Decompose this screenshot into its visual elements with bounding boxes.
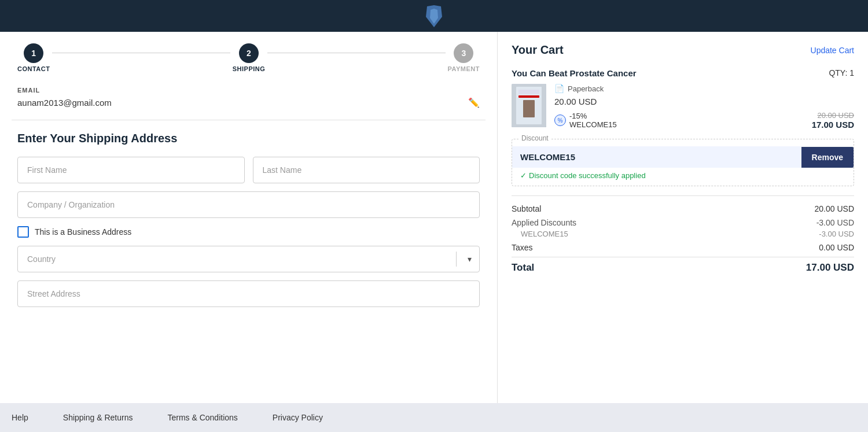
discount-left: % -15% WELCOME15 xyxy=(554,112,617,129)
subtotal-value: 20.00 USD xyxy=(815,204,854,213)
update-cart-link[interactable]: Update Cart xyxy=(811,46,854,55)
svg-rect-2 xyxy=(518,95,539,98)
cart-item-header: You Can Beat Prostate Cancer QTY: 1 xyxy=(512,68,854,78)
name-row xyxy=(17,157,480,183)
discount-section-label: Discount xyxy=(519,134,551,142)
welcome15-label: WELCOME15 xyxy=(521,230,568,238)
footer-link-terms[interactable]: Terms & Conditions xyxy=(167,413,237,422)
country-select-wrapper: Country ▾ xyxy=(17,246,480,272)
discount-percent-icon: % xyxy=(554,115,566,126)
discount-success-message: ✓ Discount code successfully applied xyxy=(512,168,854,186)
email-row: aunam2013@gmail.com ✏️ xyxy=(17,97,480,108)
footer-link-privacy[interactable]: Privacy Policy xyxy=(273,413,323,422)
company-wrapper xyxy=(17,191,480,218)
edit-email-icon[interactable]: ✏️ xyxy=(468,97,480,108)
footer: Help Shipping & Returns Terms & Conditio… xyxy=(0,403,868,432)
business-address-checkbox-row[interactable]: This is a Business Address xyxy=(17,226,480,238)
total-label: Total xyxy=(512,262,534,274)
welcome15-detail-row: WELCOME15 -3.00 USD xyxy=(512,230,854,238)
subtotal-row: Subtotal 20.00 USD xyxy=(512,204,854,213)
book-cover-svg xyxy=(512,84,546,127)
book-thumbnail xyxy=(512,84,546,127)
step-contact[interactable]: 1 CONTACT xyxy=(17,43,50,72)
first-name-input[interactable] xyxy=(17,157,245,183)
cart-header: Your Cart Update Cart xyxy=(512,43,854,57)
taxes-row: Taxes 0.00 USD xyxy=(512,243,854,252)
welcome15-value: -3.00 USD xyxy=(819,230,854,238)
step-2-circle: 2 xyxy=(239,43,259,63)
original-price: 20.00 USD xyxy=(817,111,854,120)
discount-input-row: Remove xyxy=(512,146,854,168)
discount-row: % -15% WELCOME15 20.00 USD 17.00 USD xyxy=(554,111,854,130)
discount-info: -15% WELCOME15 xyxy=(569,112,617,129)
main-layout: 1 CONTACT 2 SHIPPING 3 PAYMENT EMAIL xyxy=(0,32,868,403)
taxes-label: Taxes xyxy=(512,243,533,252)
book-thumb-inner xyxy=(512,84,546,127)
item-price: 20.00 USD xyxy=(554,97,854,106)
format-row: 📄 Paperback xyxy=(554,84,854,93)
discount-prices: 20.00 USD 17.00 USD xyxy=(812,111,854,130)
footer-link-help[interactable]: Help xyxy=(12,413,28,422)
svg-rect-3 xyxy=(518,90,539,94)
step-line-2 xyxy=(267,53,445,53)
cart-item: You Can Beat Prostate Cancer QTY: 1 xyxy=(512,68,854,130)
country-select[interactable]: Country xyxy=(17,246,480,272)
step-3-circle: 3 xyxy=(454,43,473,63)
country-select-divider xyxy=(456,252,457,267)
street-input-wrapper xyxy=(17,280,480,307)
last-name-input[interactable] xyxy=(253,157,480,183)
svg-rect-4 xyxy=(523,100,535,117)
step-payment[interactable]: 3 PAYMENT xyxy=(448,43,480,72)
applied-discounts-row: Applied Discounts -3.00 USD xyxy=(512,218,854,227)
cart-panel: Your Cart Update Cart You Can Beat Prost… xyxy=(498,32,868,403)
company-input[interactable] xyxy=(17,191,480,218)
total-value: 17.00 USD xyxy=(806,262,854,274)
email-value: aunam2013@gmail.com xyxy=(17,98,112,108)
paperback-icon: 📄 xyxy=(554,84,564,93)
step-2-label: SHIPPING xyxy=(233,65,266,72)
applied-discounts-label: Applied Discounts xyxy=(512,218,576,227)
cart-item-body: 📄 Paperback 20.00 USD % -15% WELCOME15 xyxy=(512,84,854,130)
item-details: 📄 Paperback 20.00 USD % -15% WELCOME15 xyxy=(554,84,854,130)
format-label: Paperback xyxy=(568,84,604,93)
footer-link-shipping[interactable]: Shipping & Returns xyxy=(63,413,133,422)
cart-summary: Subtotal 20.00 USD Applied Discounts -3.… xyxy=(512,195,854,274)
subtotal-label: Subtotal xyxy=(512,204,541,213)
steps-nav: 1 CONTACT 2 SHIPPING 3 PAYMENT xyxy=(12,32,486,81)
step-3-label: PAYMENT xyxy=(448,65,480,72)
left-panel: 1 CONTACT 2 SHIPPING 3 PAYMENT EMAIL xyxy=(0,32,498,403)
taxes-value: 0.00 USD xyxy=(819,243,854,252)
business-checkbox-box[interactable] xyxy=(17,226,29,238)
step-1-label: CONTACT xyxy=(17,65,50,72)
email-section: EMAIL aunam2013@gmail.com ✏️ xyxy=(12,81,486,120)
check-icon: ✓ xyxy=(520,171,527,180)
cart-title: Your Cart xyxy=(512,43,564,57)
business-address-label: This is a Business Address xyxy=(35,227,131,237)
item-qty: QTY: 1 xyxy=(829,68,854,77)
logo-icon xyxy=(425,5,443,27)
step-1-circle: 1 xyxy=(24,43,43,63)
discount-code-input[interactable] xyxy=(512,146,801,168)
street-address-input[interactable] xyxy=(17,280,480,307)
discount-code-section: Discount Remove ✓ Discount code successf… xyxy=(512,139,854,186)
discounted-price: 17.00 USD xyxy=(812,120,854,130)
remove-discount-button[interactable]: Remove xyxy=(801,147,854,168)
item-title: You Can Beat Prostate Cancer xyxy=(512,68,637,78)
step-shipping[interactable]: 2 SHIPPING xyxy=(233,43,266,72)
applied-discounts-value: -3.00 USD xyxy=(816,218,854,227)
header xyxy=(0,0,868,32)
shipping-section: Enter Your Shipping Address This is a Bu… xyxy=(12,132,486,307)
step-line-1 xyxy=(52,53,230,53)
shipping-title: Enter Your Shipping Address xyxy=(17,132,480,145)
email-label: EMAIL xyxy=(17,87,480,94)
total-row: Total 17.00 USD xyxy=(512,257,854,274)
